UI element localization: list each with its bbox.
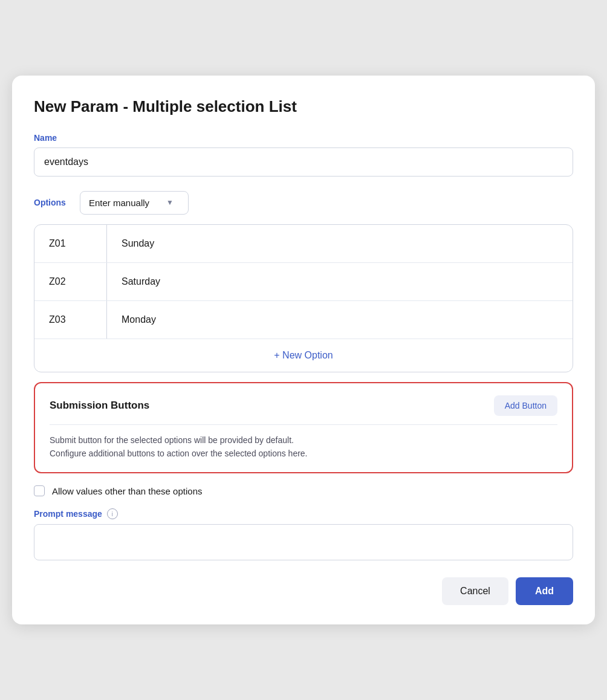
add-button-button[interactable]: Add Button [494, 395, 557, 416]
submission-title: Submission Buttons [50, 400, 149, 412]
footer-buttons: Cancel Add [34, 577, 573, 605]
allow-values-checkbox[interactable] [34, 485, 45, 496]
prompt-message-section: Prompt message i [34, 508, 573, 560]
submission-header: Submission Buttons Add Button [50, 395, 557, 425]
dropdown-selected-value: Enter manually [89, 198, 149, 208]
name-label: Name [34, 133, 573, 143]
option-code-2: Z02 [34, 263, 107, 300]
prompt-message-input[interactable] [34, 524, 573, 560]
option-code-1: Z01 [34, 225, 107, 262]
options-dropdown[interactable]: Enter manually ▼ [80, 191, 189, 215]
name-field-section: Name [34, 133, 573, 177]
allow-values-row: Allow values other than these options [34, 485, 573, 496]
prompt-label-row: Prompt message i [34, 508, 573, 519]
info-icon[interactable]: i [107, 508, 118, 519]
new-option-button[interactable]: + New Option [34, 339, 573, 372]
cancel-button[interactable]: Cancel [442, 577, 508, 605]
prompt-message-label: Prompt message [34, 509, 102, 519]
table-row: Z03 Monday [34, 300, 573, 339]
option-value-1: Sunday [107, 225, 573, 262]
table-row: Z01 Sunday [34, 225, 573, 262]
modal-container: New Param - Multiple selection List Name… [12, 76, 595, 625]
options-row: Options Enter manually ▼ [34, 191, 573, 215]
allow-values-label: Allow values other than these options [52, 486, 203, 496]
add-button[interactable]: Add [516, 577, 573, 605]
submission-desc-line1: Submit button for the selected options w… [50, 433, 557, 447]
name-input[interactable] [34, 147, 573, 177]
submission-description: Submit button for the selected options w… [50, 433, 557, 461]
option-value-2: Saturday [107, 263, 573, 300]
option-code-3: Z03 [34, 301, 107, 339]
modal-title: New Param - Multiple selection List [34, 97, 573, 116]
options-table: Z01 Sunday Z02 Saturday Z03 Monday + New… [34, 224, 573, 372]
submission-section: Submission Buttons Add Button Submit but… [34, 382, 573, 474]
option-value-3: Monday [107, 301, 573, 339]
table-row: Z02 Saturday [34, 262, 573, 300]
submission-desc-line2: Configure additional buttons to action o… [50, 447, 557, 460]
chevron-down-icon: ▼ [166, 198, 174, 207]
options-label: Options [34, 198, 70, 207]
